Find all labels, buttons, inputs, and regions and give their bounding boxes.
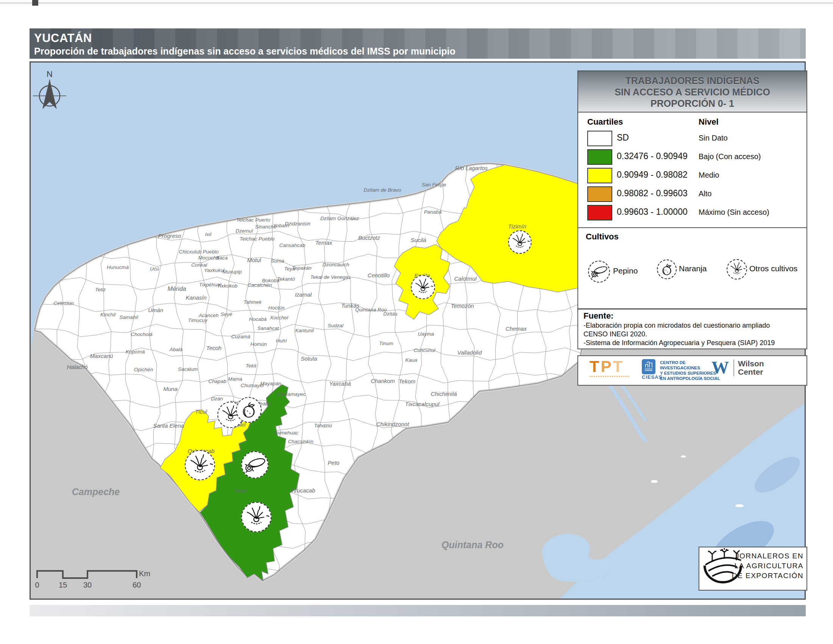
legend-class-swatch xyxy=(587,187,612,202)
quartiles-header: Cuartiles xyxy=(587,117,623,127)
coastal-bay xyxy=(542,534,614,582)
legend-class-range: 0.32476 - 0.90949 xyxy=(617,151,688,161)
tpt-letter: T xyxy=(613,357,624,375)
wilson-name: WilsonCenter xyxy=(738,359,764,376)
source-line: -Sistema de Información Agropecuaria y P… xyxy=(584,339,775,347)
ciesas-icon xyxy=(642,359,655,374)
legend-title-line: TRABAJADORES INDÍGENAS xyxy=(578,75,807,86)
wilson-name-line: Center xyxy=(738,368,764,376)
svg-text:N: N xyxy=(47,69,53,79)
jornaleros-name-line: DE EXPORTACIÓN xyxy=(732,571,804,581)
cultivo-label: Pepino xyxy=(613,266,638,275)
legend-classes-box: Cuartiles Nivel SDSin Dato0.32476 - 0.90… xyxy=(577,112,807,229)
legend-class-range: SD xyxy=(617,133,629,143)
top-edge-nub xyxy=(32,0,38,6)
wilson-w-mark: W xyxy=(711,359,729,377)
ciesas-logo: CIESAS CENTRO DE INVESTIGACIONESY ESTUDI… xyxy=(642,359,662,380)
wilson-divider xyxy=(733,359,734,376)
legend-class-row: 0.32476 - 0.90949Bajo (Con acceso) xyxy=(578,149,807,166)
page-title: YUCATÁN xyxy=(34,31,806,45)
tpt-letter: T xyxy=(590,357,601,375)
cultivo-label: Otros cultivos xyxy=(749,264,798,273)
ciesas-acronym: CIESAS xyxy=(642,374,662,380)
legend-class-level: Alto xyxy=(699,189,711,198)
legend-class-range: 0.98082 - 0.99603 xyxy=(617,188,688,198)
legend-class-row: 0.98082 - 0.99603Alto xyxy=(578,187,807,203)
island-2 xyxy=(681,456,686,457)
legend-source-box: Fuente: -Elaboración propia con microdat… xyxy=(577,309,807,349)
legend-class-swatch xyxy=(587,168,612,184)
legend-class-swatch xyxy=(587,131,612,146)
legend-class-level: Máximo (Sin acceso) xyxy=(699,208,769,217)
legend-title-box: TRABAJADORES INDÍGENAS SIN ACCESO A SERV… xyxy=(577,71,807,117)
jornaleros-name-line: LA AGRICULTURA xyxy=(732,561,804,571)
tpt-letter: P xyxy=(601,357,613,375)
source-header: Fuente: xyxy=(584,311,613,321)
wilson-center-logo: W WilsonCenter xyxy=(711,359,764,377)
jornaleros-name-line: JORNALEROS EN xyxy=(732,551,804,561)
legend-logos-box: TPT CIESAS CENTRO DE INVESTIGACIONESY ES… xyxy=(577,355,807,386)
cultivo-label: Naranja xyxy=(679,264,707,273)
legend-class-swatch xyxy=(587,149,612,165)
page: YUCATÁN Proporción de trabajadores indíg… xyxy=(0,0,833,644)
legend-cultivos-box: Cultivos PepinoNaranjaOtros cultivos xyxy=(577,227,807,309)
footer-gradient-bar xyxy=(29,605,806,617)
legend-class-level: Medio xyxy=(699,171,719,180)
legend-class-level: Sin Dato xyxy=(699,134,728,142)
title-bar: YUCATÁN Proporción de trabajadores indíg… xyxy=(29,28,806,59)
legend-class-row: 0.99603 - 1.00000Máximo (Sin acceso) xyxy=(578,205,807,222)
tpt-caption-rule xyxy=(590,376,629,377)
cultivos-header: Cultivos xyxy=(586,232,619,242)
jornaleros-name-lines: JORNALEROS ENLA AGRICULTURADE EXPORTACIÓ… xyxy=(732,551,804,581)
source-line: -Elaboración propia con microdatos del c… xyxy=(584,322,770,330)
pepino-icon xyxy=(588,261,610,283)
jornaleros-logo-box: JORNALEROS ENLA AGRICULTURADE EXPORTACIÓ… xyxy=(699,547,807,591)
legend-class-swatch xyxy=(587,205,612,221)
scale-bar xyxy=(37,571,137,578)
page-subtitle: Proporción de trabajadores indígenas sin… xyxy=(34,45,806,57)
wilson-name-line: Wilson xyxy=(738,359,764,368)
otros-cultivos-icon xyxy=(727,259,747,280)
naranja-icon xyxy=(657,259,677,279)
top-edge-strip xyxy=(0,2,833,4)
legend-class-level: Bajo (Con acceso) xyxy=(699,152,761,161)
island-1 xyxy=(651,480,658,483)
source-line: CENSO INEGI 2020. xyxy=(584,330,647,338)
island-3 xyxy=(735,504,744,507)
level-header: Nivel xyxy=(699,117,719,127)
legend-title-line: PROPORCIÓN 0- 1 xyxy=(578,98,807,109)
legend-title-line: SIN ACCESO A SERVICIO MÉDICO xyxy=(578,86,807,98)
legend-class-row: 0.90949 - 0.98082Medio xyxy=(578,168,807,185)
legend-class-range: 0.90949 - 0.98082 xyxy=(617,170,688,180)
legend-class-range: 0.99603 - 1.00000 xyxy=(617,207,688,217)
tpt-logo: TPT xyxy=(590,358,635,377)
legend-class-row: SDSin Dato xyxy=(578,131,807,147)
